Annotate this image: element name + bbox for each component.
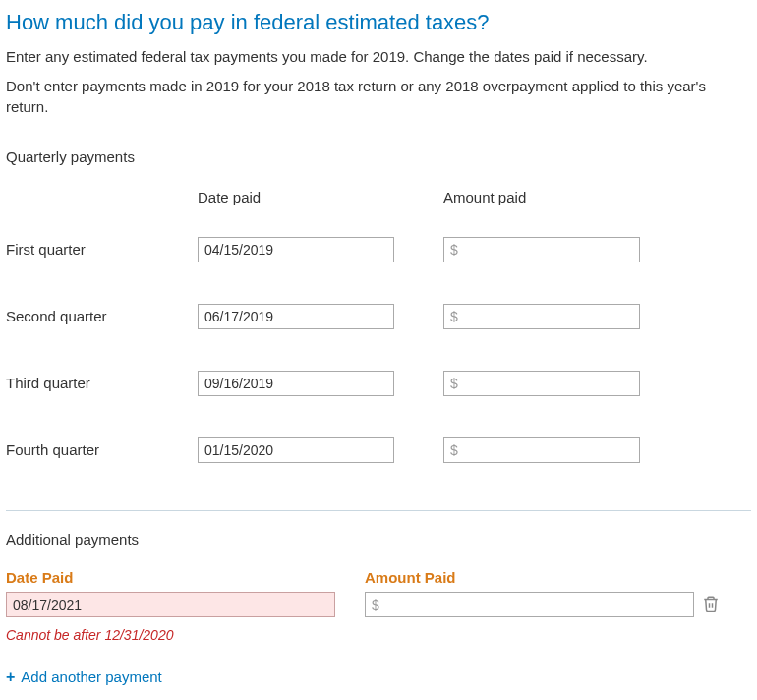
row-label-q4: Fourth quarter	[6, 441, 198, 458]
date-input-q4[interactable]	[198, 438, 394, 463]
add-another-payment-link[interactable]: + Add another payment	[6, 669, 162, 686]
row-label-q2: Second quarter	[6, 308, 198, 324]
row-label-q3: Third quarter	[6, 375, 198, 391]
additional-date-error: Cannot be after 12/31/2020	[6, 627, 335, 643]
column-header-date: Date paid	[198, 189, 394, 205]
additional-header-amount: Amount Paid	[365, 569, 694, 586]
additional-section-label: Additional payments	[6, 531, 751, 548]
amount-input-q3[interactable]	[443, 371, 640, 396]
intro-text-2: Don't enter payments made in 2019 for yo…	[6, 77, 751, 117]
add-another-payment-label: Add another payment	[21, 669, 161, 685]
intro-text-1: Enter any estimated federal tax payments…	[6, 47, 751, 67]
date-input-q2[interactable]	[198, 304, 394, 329]
amount-input-q4[interactable]	[443, 438, 640, 463]
plus-icon: +	[6, 669, 15, 686]
additional-date-input[interactable]	[6, 592, 335, 617]
delete-payment-button[interactable]	[694, 592, 728, 616]
column-header-amount: Amount paid	[443, 189, 640, 205]
quarterly-section-label: Quarterly payments	[6, 148, 751, 165]
trash-icon	[702, 594, 720, 616]
row-label-q1: First quarter	[6, 241, 198, 258]
date-input-q1[interactable]	[198, 237, 394, 262]
amount-input-q2[interactable]	[443, 304, 640, 329]
amount-input-q1[interactable]	[443, 237, 640, 262]
page-title: How much did you pay in federal estimate…	[6, 10, 751, 35]
date-input-q3[interactable]	[198, 371, 394, 396]
additional-amount-input[interactable]	[365, 592, 694, 617]
section-divider	[6, 510, 751, 511]
additional-header-date: Date Paid	[6, 569, 335, 586]
